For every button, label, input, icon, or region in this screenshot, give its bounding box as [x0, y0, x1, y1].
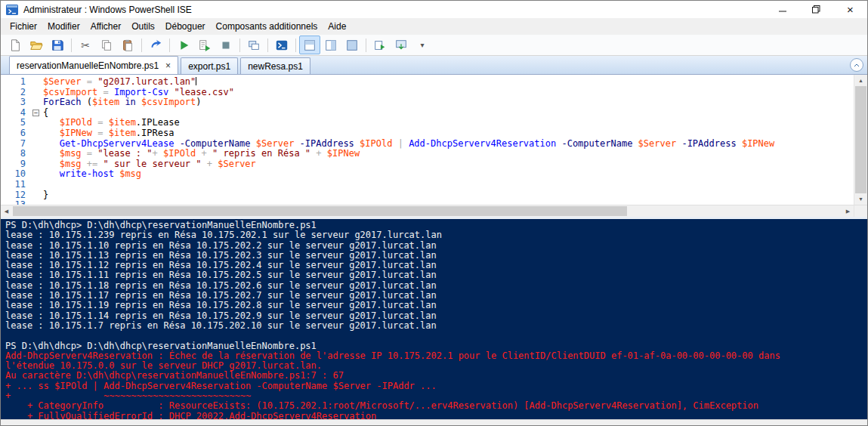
paste-button[interactable]	[117, 36, 138, 54]
editor-code[interactable]: 1$Server = "g2017.lurcat.lan"2$csvImport…	[1, 75, 854, 205]
horizontal-scroll-thumb[interactable]	[13, 206, 627, 216]
collapse-script-pane-button[interactable]	[850, 58, 863, 72]
fold-column	[31, 200, 43, 205]
run-script-button[interactable]	[173, 36, 194, 54]
script-pane-right-button[interactable]	[320, 36, 341, 54]
restore-button[interactable]	[799, 1, 833, 18]
console-line: PS D:\dh\dhcp> D:\dh\dhcp\reservationMan…	[5, 221, 867, 230]
cut-button[interactable]: ✂	[75, 36, 96, 54]
close-button[interactable]: ×	[833, 1, 867, 18]
line-number: 7	[1, 139, 31, 150]
console-line: lease : 10.175.1.11 repris en Résa 10.17…	[5, 270, 867, 280]
cut-icon: ✂	[81, 39, 90, 51]
scroll-down-arrow[interactable]: ▼	[854, 193, 867, 205]
window-controls: ×	[765, 1, 867, 18]
editor-horizontal-scrollbar-row: ◀ ▶	[1, 205, 867, 217]
fold-column	[31, 169, 43, 180]
save-button[interactable]	[47, 36, 68, 54]
code-text[interactable]: $csvImport = Import-Csv "lease.csv"	[43, 88, 234, 98]
editor-line: 2$csvImport = Import-Csv "lease.csv"	[1, 88, 854, 98]
menu-aide[interactable]: Aide	[323, 19, 351, 34]
menu-outils[interactable]: Outils	[126, 19, 160, 34]
console-line: lease : 10.175.1.18 repris en Résa 10.17…	[5, 281, 867, 291]
toolbar-separator	[71, 39, 72, 52]
editor-line: 7 Get-DhcpServerv4Lease -ComputerName $S…	[1, 139, 854, 150]
clear-console-button[interactable]	[145, 36, 166, 54]
script-pane-top-button[interactable]	[299, 36, 320, 54]
show-command-window-button[interactable]	[369, 36, 391, 54]
tab-label: reservationManuelleEnNombre.ps1	[17, 60, 159, 71]
text-caret	[196, 77, 196, 85]
tab-reservationmanuelleennombre[interactable]: reservationManuelleEnNombre.ps1 ×	[9, 56, 178, 74]
tab-label: export.ps1	[188, 61, 230, 72]
open-script-button[interactable]	[26, 36, 47, 54]
editor-line: 6 $IPNew = $item.IPResa	[1, 128, 854, 139]
console-error-line: + CategoryInfo : ResourceExists: (10.175…	[5, 401, 867, 411]
script-pane-max-button[interactable]	[341, 36, 363, 54]
console-line: lease : 10.175.1.12 repris en Résa 10.17…	[5, 261, 867, 270]
tab-label: newResa.ps1	[248, 61, 303, 72]
line-number: 2	[1, 88, 31, 98]
console-pane[interactable]: PS D:\dh\dhcp> D:\dh\dhcp\reservationMan…	[1, 219, 867, 419]
tab-export[interactable]: export.ps1	[181, 57, 238, 74]
open-folder-icon	[29, 39, 43, 52]
vertical-scroll-thumb[interactable]	[855, 86, 866, 193]
line-number: 6	[1, 128, 31, 139]
console-error-line: + ... ss $IPOld | Add-DhcpServerv4Reserv…	[5, 381, 867, 391]
code-text[interactable]: $msg += " sur le serveur " + $Server	[43, 159, 256, 170]
new-script-button[interactable]	[5, 36, 26, 54]
status-bar	[1, 419, 867, 425]
fold-column	[31, 139, 43, 150]
editor-line: 3ForEach ($item in $csvImport)	[1, 97, 854, 108]
code-text[interactable]: {	[43, 108, 48, 119]
fold-column	[31, 159, 43, 170]
script-pane[interactable]: 1$Server = "g2017.lurcat.lan"2$csvImport…	[1, 75, 867, 205]
start-powershell-button[interactable]	[271, 36, 292, 54]
console-line: lease : 10.175.1.239 repris en Résa 10.1…	[5, 230, 867, 240]
code-text[interactable]: $Server = "g2017.lurcat.lan"	[43, 77, 196, 88]
line-number: 3	[1, 97, 31, 108]
toolbar-overflow-button[interactable]: ▾	[412, 36, 433, 54]
stop-operation-button[interactable]	[215, 36, 236, 54]
scroll-up-arrow[interactable]: ▲	[854, 75, 867, 86]
menu-fichier[interactable]: Fichier	[5, 19, 42, 34]
chevron-up-icon	[854, 63, 860, 67]
code-text[interactable]: Get-DhcpServerv4Lease -ComputerName $Ser…	[43, 139, 774, 150]
powershell-ise-window: Administrateur : Windows PowerShell ISE …	[0, 0, 868, 426]
menu-modifier[interactable]: Modifier	[42, 19, 85, 34]
new-remote-powershell-tab-button[interactable]	[243, 36, 264, 54]
menu-bar: FichierModifierAfficherOutilsDéboguerCom…	[1, 18, 867, 35]
tab-close-icon[interactable]: ×	[165, 61, 171, 70]
overflow-icon: ▾	[420, 41, 424, 49]
tab-newresa[interactable]: newResa.ps1	[240, 57, 310, 74]
menu-de-boguer[interactable]: Déboguer	[160, 19, 211, 34]
console-line: lease : 10.175.1.10 repris en Résa 10.17…	[5, 241, 867, 251]
console-error-line: + ~~~~~~~~~~~~~~~~~~~~~~~~~~~	[5, 391, 867, 401]
editor-line: 1$Server = "g2017.lurcat.lan"	[1, 77, 854, 88]
menu-afficher[interactable]: Afficher	[85, 19, 126, 34]
run-selection-button[interactable]	[194, 36, 215, 54]
console-error-line: + FullyQualifiedErrorId : DHCP 20022,Add…	[5, 412, 867, 419]
console-error-line: l'étendue 10.175.0.0 sur le serveur DHCP…	[5, 361, 867, 371]
editor-horizontal-scrollbar: ◀ ▶	[1, 205, 854, 217]
editor-line: 11	[1, 180, 854, 190]
console-error-line: Add-DhcpServerv4Reservation : Échec de l…	[5, 351, 867, 361]
minimize-button[interactable]	[765, 1, 799, 18]
fold-column	[31, 77, 43, 88]
fold-collapse-icon[interactable]: −	[32, 110, 39, 116]
code-text[interactable]: ForEach ($item in $csvImport)	[43, 97, 202, 108]
clear-console-icon	[149, 39, 162, 52]
menu-composants-additionnels[interactable]: Composants additionnels	[211, 19, 323, 34]
scroll-left-arrow[interactable]: ◀	[1, 205, 12, 217]
toolbar-separator	[366, 39, 366, 52]
code-text[interactable]: $msg = "lease : "+ $IPOld + " repris en …	[43, 149, 360, 159]
code-text[interactable]: }	[43, 190, 48, 201]
copy-button[interactable]	[96, 36, 117, 54]
scroll-right-arrow[interactable]: ▶	[842, 205, 854, 217]
script-browser-button[interactable]	[391, 36, 412, 54]
line-number: 1	[1, 77, 31, 88]
title-bar[interactable]: Administrateur : Windows PowerShell ISE …	[1, 1, 867, 18]
code-text[interactable]: write-host $msg	[43, 169, 141, 180]
code-text[interactable]: $IPOld = $item.IPLease	[43, 118, 180, 128]
code-text[interactable]: $IPNew = $item.IPResa	[43, 128, 174, 139]
